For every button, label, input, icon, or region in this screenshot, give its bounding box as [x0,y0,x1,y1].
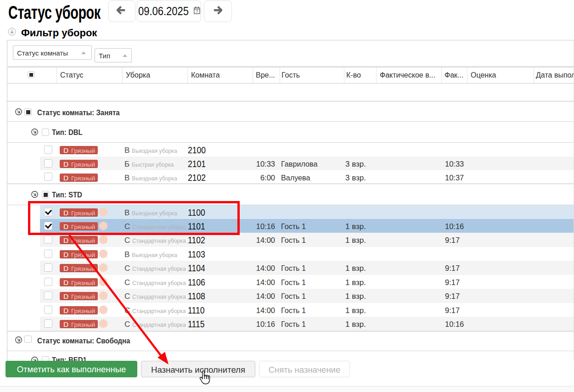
svg-text:7: 7 [196,9,198,14]
